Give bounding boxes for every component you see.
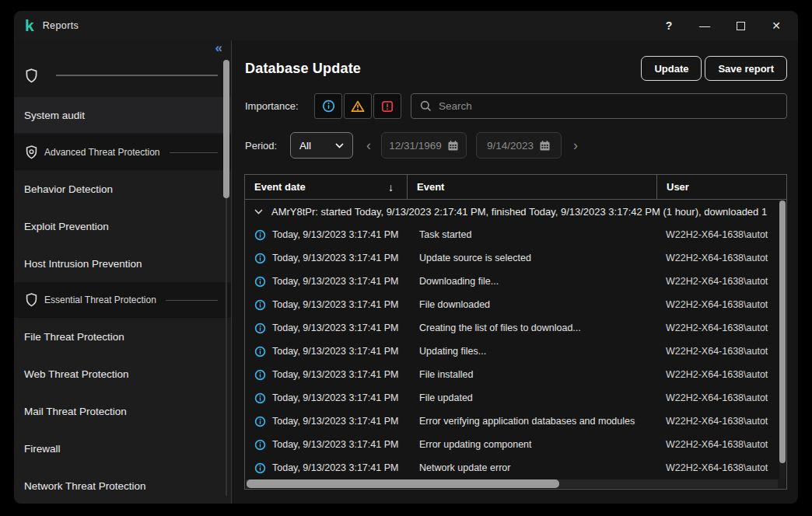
date-to-field: 9/14/2023 xyxy=(476,132,562,159)
importance-warning-button[interactable] xyxy=(344,93,372,119)
event-date: Today, 9/13/2023 3:17:41 PM xyxy=(272,462,398,473)
close-button[interactable]: ✕ xyxy=(770,19,782,33)
calendar-icon xyxy=(539,140,551,152)
table-row[interactable]: Today, 9/13/2023 3:17:41 PM Updating fil… xyxy=(245,340,786,363)
column-header-user[interactable]: User xyxy=(656,175,786,199)
kaspersky-logo-icon: k xyxy=(25,17,34,33)
chevron-down-icon xyxy=(254,209,263,214)
sidebar-item-host-intrusion-prevention[interactable]: Host Intrusion Prevention xyxy=(14,245,231,282)
event-text: File updated xyxy=(407,392,656,403)
event-text: Error verifying application databases an… xyxy=(407,416,656,427)
period-select[interactable]: All xyxy=(290,132,353,159)
next-period-button[interactable]: › xyxy=(573,138,578,152)
sidebar-item-label: Firewall xyxy=(24,443,61,455)
help-button[interactable]: ? xyxy=(663,19,675,33)
event-text: Updating files... xyxy=(407,346,656,357)
event-date: Today, 9/13/2023 3:17:41 PM xyxy=(272,392,398,403)
event-date: Today, 9/13/2023 3:17:41 PM xyxy=(272,322,398,333)
sidebar-scrollbar-thumb[interactable] xyxy=(223,60,229,198)
calendar-icon xyxy=(447,140,459,152)
sidebar-item-label: Network Threat Protection xyxy=(24,480,146,492)
event-date: Today, 9/13/2023 3:17:41 PM xyxy=(272,369,398,380)
info-icon xyxy=(254,392,266,404)
table-row[interactable]: Today, 9/13/2023 3:17:41 PM Task started… xyxy=(245,223,786,246)
save-report-button[interactable]: Save report xyxy=(705,56,787,81)
sidebar-item-exploit-prevention[interactable]: Exploit Prevention xyxy=(14,207,231,245)
event-user: W22H2-X64-1638\autot xyxy=(656,229,786,240)
importance-info-button[interactable] xyxy=(314,93,342,119)
sidebar-item-label: Web Threat Protection xyxy=(24,368,129,380)
table-row[interactable]: Today, 9/13/2023 3:17:41 PM Error updati… xyxy=(245,433,786,456)
update-button[interactable]: Update xyxy=(641,56,702,81)
column-header-event-date[interactable]: Event date ↓ xyxy=(245,175,407,199)
table-row[interactable]: Today, 9/13/2023 3:17:41 PM Network upda… xyxy=(245,456,786,479)
info-icon xyxy=(254,462,266,474)
period-selected-value: All xyxy=(299,140,311,152)
table-row[interactable]: Today, 9/13/2023 3:17:41 PM File install… xyxy=(245,363,786,386)
sidebar-section-label: Advanced Threat Protection xyxy=(44,147,160,158)
event-date: Today, 9/13/2023 3:17:41 PM xyxy=(272,253,398,263)
table-body: AMrY8tPr: started Today, 9/13/2023 2:17:… xyxy=(245,200,786,479)
importance-label: Importance: xyxy=(245,100,314,112)
info-icon xyxy=(254,369,266,381)
sidebar-item-label: File Threat Protection xyxy=(24,331,124,343)
event-user: W22H2-X64-1638\autot xyxy=(656,276,786,287)
info-icon xyxy=(254,439,266,451)
sidebar-item-web-threat-protection[interactable]: Web Threat Protection xyxy=(14,355,231,392)
table-row[interactable]: Today, 9/13/2023 3:17:41 PM File updated… xyxy=(245,386,786,410)
sidebar-item-system-audit[interactable]: System audit xyxy=(14,97,231,133)
horizontal-scrollbar-thumb[interactable] xyxy=(247,479,559,488)
importance-critical-button[interactable] xyxy=(373,93,401,119)
titlebar[interactable]: k Reports ? — ✕ xyxy=(14,11,798,40)
table-row[interactable]: Today, 9/13/2023 3:17:41 PM Downloading … xyxy=(245,270,786,293)
section-divider-line xyxy=(170,152,218,153)
event-user: W22H2-X64-1638\autot xyxy=(656,299,786,310)
chevron-down-icon xyxy=(335,143,344,148)
table-row[interactable]: Today, 9/13/2023 3:17:41 PM Error verify… xyxy=(245,410,786,433)
sidebar-collapse-button[interactable]: « xyxy=(215,40,222,56)
event-date: Today, 9/13/2023 3:17:41 PM xyxy=(272,299,398,310)
shield-icon xyxy=(26,293,37,307)
importance-filter-group xyxy=(314,93,401,119)
event-user: W22H2-X64-1638\autot xyxy=(656,369,786,380)
sidebar-section-label: Essential Threat Protection xyxy=(44,295,156,305)
table-row[interactable]: Today, 9/13/2023 3:17:41 PM Creating the… xyxy=(245,316,786,340)
vertical-scrollbar-thumb[interactable] xyxy=(779,200,786,463)
search-icon xyxy=(420,100,432,112)
table-horizontal-scrollbar[interactable] xyxy=(246,479,778,488)
report-panel: Database Update Update Save report Impor… xyxy=(232,40,798,504)
event-user: W22H2-X64-1638\autot xyxy=(656,346,786,357)
date-from-value: 12/31/1969 xyxy=(389,140,442,152)
info-icon xyxy=(254,346,266,357)
sidebar-section-essential-threat-protection: Essential Threat Protection xyxy=(14,282,231,318)
previous-period-button[interactable]: ‹ xyxy=(366,138,371,152)
sidebar-section-advanced-threat-protection: Advanced Threat Protection xyxy=(14,134,231,170)
table-row[interactable]: Today, 9/13/2023 3:17:41 PM File downloa… xyxy=(245,293,786,316)
sidebar-item-label: Behavior Detection xyxy=(24,183,113,195)
sidebar-item-network-threat-protection[interactable]: Network Threat Protection xyxy=(14,467,231,504)
sidebar-item-file-threat-protection[interactable]: File Threat Protection xyxy=(14,318,231,355)
search-box[interactable] xyxy=(411,93,787,119)
info-icon xyxy=(254,253,266,264)
sidebar-item-behavior-detection[interactable]: Behavior Detection xyxy=(14,170,231,207)
info-icon xyxy=(254,322,266,334)
sidebar-item-firewall[interactable]: Firewall xyxy=(14,430,231,467)
shield-icon xyxy=(26,68,37,83)
table-row[interactable]: Today, 9/13/2023 3:17:41 PM Update sourc… xyxy=(245,246,786,270)
section-divider-line xyxy=(166,300,218,301)
events-table: Event date ↓ Event User AMrY xyxy=(244,174,787,490)
event-date: Today, 9/13/2023 3:17:41 PM xyxy=(272,276,398,287)
column-header-event[interactable]: Event xyxy=(407,175,656,199)
sidebar-item-label: Exploit Prevention xyxy=(24,221,109,232)
sidebar-item-mail-threat-protection[interactable]: Mail Threat Protection xyxy=(14,392,231,430)
event-user: W22H2-X64-1638\autot xyxy=(656,439,786,450)
minimize-button[interactable]: — xyxy=(698,19,711,33)
task-group-row[interactable]: AMrY8tPr: started Today, 9/13/2023 2:17:… xyxy=(245,200,786,223)
table-vertical-scrollbar[interactable] xyxy=(779,200,786,479)
report-actions: Update Save report xyxy=(641,56,787,81)
event-text: Task started xyxy=(407,229,656,240)
event-text: File installed xyxy=(407,369,656,380)
maximize-button[interactable] xyxy=(734,19,747,33)
search-input[interactable] xyxy=(439,100,778,112)
sidebar-item-label: Host Intrusion Prevention xyxy=(24,258,142,270)
